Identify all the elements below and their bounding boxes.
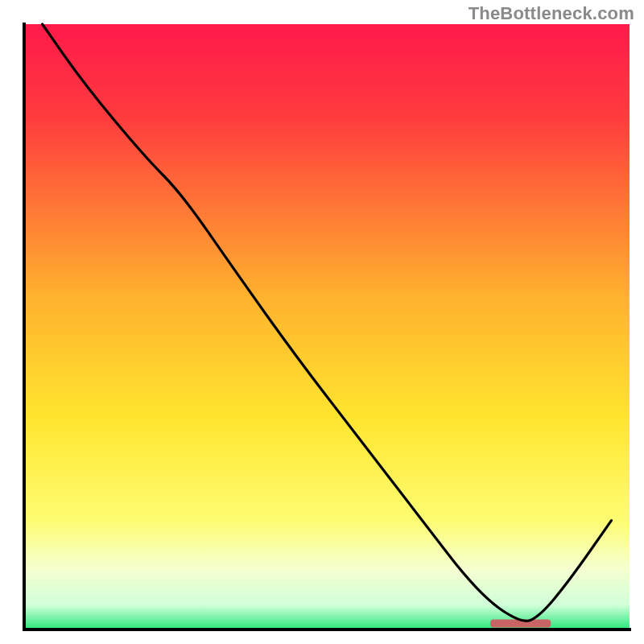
plot-background <box>24 24 630 630</box>
watermark-text: TheBottleneck.com <box>469 3 634 24</box>
bottleneck-chart <box>0 0 644 644</box>
chart-stage: TheBottleneck.com <box>0 0 644 644</box>
